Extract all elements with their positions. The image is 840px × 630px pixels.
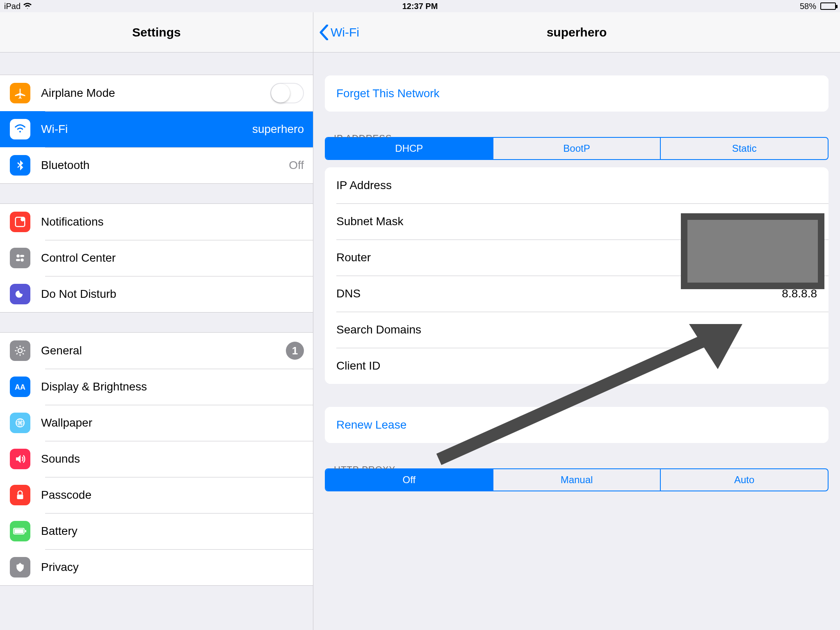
- wifi-status-icon: [23, 3, 32, 9]
- forget-network-label: Forget This Network: [336, 87, 817, 100]
- renew-lease-button[interactable]: Renew Lease: [325, 407, 829, 443]
- clock: 12:37 PM: [402, 2, 438, 11]
- sidebar-item-notifications[interactable]: Notifications: [0, 204, 313, 240]
- sidebar-item-label: Notifications: [41, 215, 304, 228]
- seg-proxy-auto[interactable]: Auto: [660, 469, 828, 491]
- sidebar-item-value: superhero: [252, 123, 304, 136]
- svg-rect-10: [17, 495, 23, 499]
- svg-rect-3: [20, 255, 24, 257]
- display-icon: AA: [10, 377, 30, 397]
- device-label: iPad: [4, 2, 21, 11]
- svg-rect-4: [16, 259, 20, 261]
- badge: 1: [286, 342, 304, 360]
- sidebar-item-label: Control Center: [41, 251, 304, 265]
- sidebar-item-general[interactable]: General 1: [0, 333, 313, 369]
- detail-navbar: Wi-Fi superhero: [313, 12, 840, 52]
- row-search-domains[interactable]: Search Domains: [325, 312, 829, 348]
- gear-icon: [10, 340, 30, 361]
- label-client-id: Client ID: [336, 359, 817, 372]
- sidebar-group: Notifications Control Center Do Not Dist…: [0, 203, 313, 313]
- svg-point-9: [19, 422, 21, 424]
- sidebar-group: General 1 AA Display & Brightness Wallpa…: [0, 332, 313, 586]
- svg-text:AA: AA: [15, 383, 25, 391]
- sidebar-title: Settings: [0, 25, 313, 39]
- svg-point-1: [21, 217, 25, 221]
- seg-bootp[interactable]: BootP: [493, 138, 660, 159]
- sidebar-item-label: Passcode: [41, 488, 304, 502]
- seg-static[interactable]: Static: [660, 138, 828, 159]
- battery-pct: 58%: [800, 2, 816, 11]
- sidebar-item-label: Wallpaper: [41, 416, 304, 429]
- sidebar-item-battery[interactable]: Battery: [0, 513, 313, 549]
- control-center-icon: [10, 248, 30, 268]
- sounds-icon: [10, 449, 30, 469]
- seg-proxy-off[interactable]: Off: [326, 469, 493, 491]
- renew-lease-label: Renew Lease: [336, 418, 817, 431]
- forget-network-section: Forget This Network: [325, 75, 829, 112]
- proxy-mode-segmented[interactable]: Off Manual Auto: [325, 468, 829, 491]
- sidebar-item-label: Airplane Mode: [41, 87, 270, 100]
- sidebar-item-do-not-disturb[interactable]: Do Not Disturb: [0, 276, 313, 312]
- airplane-toggle[interactable]: [270, 83, 304, 103]
- seg-proxy-manual[interactable]: Manual: [493, 469, 660, 491]
- back-button[interactable]: Wi-Fi: [313, 25, 359, 40]
- sidebar-item-sounds[interactable]: Sounds: [0, 441, 313, 477]
- row-client-id[interactable]: Client ID: [325, 348, 829, 384]
- label-search-domains: Search Domains: [336, 323, 817, 336]
- sidebar-navbar: Settings: [0, 12, 313, 52]
- dnd-icon: [10, 284, 30, 304]
- chevron-left-icon: [319, 25, 328, 40]
- sidebar-item-airplane-mode[interactable]: Airplane Mode: [0, 75, 313, 111]
- sidebar-item-value: Off: [289, 159, 304, 172]
- airplane-icon: [10, 83, 30, 103]
- sidebar-item-wallpaper[interactable]: Wallpaper: [0, 405, 313, 441]
- battery-icon: [820, 2, 836, 10]
- status-bar: iPad 12:37 PM 58%: [0, 0, 840, 12]
- svg-rect-12: [14, 529, 23, 533]
- sidebar-item-privacy[interactable]: Privacy: [0, 549, 313, 585]
- ip-mode-segmented[interactable]: DHCP BootP Static: [325, 137, 829, 160]
- wifi-icon: [10, 119, 30, 139]
- settings-sidebar: Settings Airplane Mode Wi-Fi superhero: [0, 12, 313, 630]
- forget-network-button[interactable]: Forget This Network: [325, 75, 829, 112]
- svg-point-2: [16, 254, 20, 258]
- sidebar-group: Airplane Mode Wi-Fi superhero Bluetooth …: [0, 75, 313, 184]
- redaction-box: [681, 213, 824, 289]
- notifications-icon: [10, 212, 30, 232]
- sidebar-item-passcode[interactable]: Passcode: [0, 477, 313, 513]
- svg-point-6: [18, 349, 22, 353]
- sidebar-item-control-center[interactable]: Control Center: [0, 240, 313, 276]
- back-label: Wi-Fi: [331, 25, 359, 39]
- wallpaper-icon: [10, 413, 30, 433]
- label-ip-address: IP Address: [336, 179, 817, 192]
- svg-rect-13: [25, 530, 26, 532]
- privacy-icon: [10, 557, 30, 578]
- sidebar-item-label: Display & Brightness: [41, 380, 304, 393]
- bluetooth-icon: [10, 155, 30, 176]
- detail-pane: Wi-Fi superhero Forget This Network IP A…: [313, 12, 840, 630]
- sidebar-item-label: Privacy: [41, 561, 304, 574]
- sidebar-item-label: Sounds: [41, 452, 304, 466]
- sidebar-item-label: Do Not Disturb: [41, 288, 304, 301]
- sidebar-item-label: Wi-Fi: [41, 123, 252, 136]
- row-ip-address[interactable]: IP Address: [325, 167, 829, 203]
- svg-point-5: [21, 258, 24, 262]
- detail-title: superhero: [313, 25, 840, 39]
- sidebar-item-bluetooth[interactable]: Bluetooth Off: [0, 147, 313, 183]
- renew-lease-section: Renew Lease: [325, 407, 829, 443]
- lock-icon: [10, 485, 30, 505]
- sidebar-item-wifi[interactable]: Wi-Fi superhero: [0, 111, 313, 147]
- sidebar-item-label: General: [41, 344, 286, 357]
- sidebar-item-label: Bluetooth: [41, 159, 289, 172]
- seg-dhcp[interactable]: DHCP: [326, 138, 493, 159]
- sidebar-item-display-brightness[interactable]: AA Display & Brightness: [0, 369, 313, 405]
- sidebar-item-label: Battery: [41, 525, 304, 538]
- battery-icon: [10, 521, 30, 541]
